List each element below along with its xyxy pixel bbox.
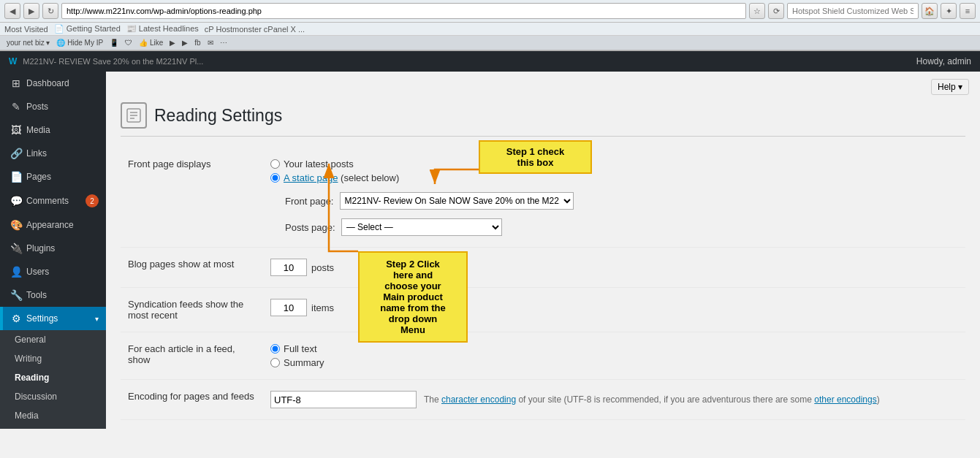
syndication-unit: items (311, 302, 334, 313)
bookmark-getting-started[interactable]: 📄 Getting Started (54, 24, 121, 34)
comments-badge: 2 (86, 194, 99, 207)
dashboard-icon: ⊞ (10, 77, 22, 89)
feed-row: For each article in a feed, show Full te… (121, 332, 965, 380)
posts-page-select-row: Posts page: — Select — (285, 218, 962, 236)
sidebar-item-links[interactable]: 🔗 Links (0, 142, 106, 165)
sidebar-item-media[interactable]: 🖼 Media (0, 118, 106, 142)
encoding-note: The character encoding of your site (UTF… (424, 394, 880, 405)
sidebar: ⊞ Dashboard ✎ Posts 🖼 Media 🔗 Links 📄 Pa… (0, 72, 106, 429)
bookmark-cpanel[interactable]: cP Hostmonster cPanel X ... (205, 25, 305, 34)
sidebar-item-posts[interactable]: ✎ Posts (0, 95, 106, 118)
posts-page-select[interactable]: — Select — (341, 218, 502, 236)
encoding-row: Encoding for pages and feeds UTF-8 The c… (121, 380, 965, 420)
posts-icon: ✎ (10, 101, 22, 112)
feed-full-radio[interactable] (270, 344, 280, 354)
tb-social[interactable]: fb (192, 38, 202, 47)
settings-icon: ⚙ (10, 313, 22, 324)
tb-dropdown[interactable]: your net biz ▾ (4, 38, 52, 47)
home-button[interactable]: 🏠 (922, 3, 938, 19)
submenu-discussion[interactable]: Discussion (0, 387, 106, 406)
feed-summary-radio[interactable] (270, 358, 280, 367)
tb-icons-more[interactable]: ⋯ (218, 38, 229, 47)
tb-mail[interactable]: ✉ (205, 38, 216, 47)
extension-button[interactable]: ✦ (941, 3, 957, 19)
radio-latest-row: Your latest posts (270, 159, 962, 169)
submenu-reading[interactable]: Reading (0, 368, 106, 387)
sidebar-label-appearance: Appearance (26, 220, 74, 230)
wp-admin: W M221NV- REVIEW Save 20% on the M221NV … (0, 51, 980, 429)
sidebar-item-dashboard[interactable]: ⊞ Dashboard (0, 72, 106, 95)
bookmark-most-visited[interactable]: Most Visited (4, 25, 48, 34)
tb-youtube[interactable]: ▶ (180, 38, 190, 47)
tb-like[interactable]: 👍 Like (137, 38, 165, 47)
sidebar-label-comments: Comments (26, 196, 69, 206)
front-page-select-row: Front page: M221NV- Review On Sale NOW S… (285, 192, 962, 210)
wp-admin-body: ⊞ Dashboard ✎ Posts 🖼 Media 🔗 Links 📄 Pa… (0, 72, 980, 429)
submenu-general[interactable]: General (0, 330, 106, 349)
help-button[interactable]: Help ▾ (931, 79, 969, 95)
syndication-row: Syndication feeds show the most recent 1… (121, 288, 965, 332)
radio-static-note: (select below) (341, 172, 399, 183)
refresh-button[interactable]: ⟳ (768, 3, 784, 19)
admin-bar-right: Howdy, admin (916, 56, 971, 66)
feed-label: For each article in a feed, show (121, 332, 267, 380)
sidebar-label-links: Links (26, 148, 47, 159)
sidebar-item-tools[interactable]: 🔧 Tools (0, 283, 106, 307)
blog-pages-cell: 10 posts Step 2 Clickhere andchoose your… (267, 248, 965, 288)
reload-button[interactable]: ↻ (42, 3, 58, 19)
sidebar-item-settings[interactable]: ⚙ Settings ▾ (0, 307, 106, 330)
settings-arrow: ▾ (95, 315, 99, 323)
other-encodings-link[interactable]: other encodings (814, 394, 876, 405)
tb-shield[interactable]: 🛡 (123, 38, 134, 47)
star-button[interactable]: ☆ (749, 3, 765, 19)
page-title: Reading Settings (154, 106, 282, 126)
sidebar-label-settings: Settings (26, 313, 58, 324)
sidebar-item-comments[interactable]: 💬 Comments 2 (0, 188, 106, 213)
encoding-inputs: UTF-8 The character encoding of your sit… (270, 391, 962, 408)
site-title: M221NV- REVIEW Save 20% on the M221NV Pl… (23, 57, 203, 66)
forward-button[interactable]: ▶ (23, 3, 39, 19)
bookmark-headlines[interactable]: 📰 Latest Headlines (126, 24, 199, 34)
settings-page-icon (125, 107, 143, 124)
radio-latest-posts[interactable] (270, 159, 280, 169)
back-button[interactable]: ◀ (4, 3, 20, 19)
wp-logo: W (9, 56, 17, 66)
static-page-link[interactable]: A static page (284, 172, 338, 183)
sidebar-item-plugins[interactable]: 🔌 Plugins (0, 237, 106, 260)
front-page-radio-group: Your latest posts A static page (select … (270, 159, 962, 236)
sidebar-item-pages[interactable]: 📄 Pages (0, 165, 106, 188)
tb-phone[interactable]: 📱 (107, 38, 121, 47)
sidebar-label-posts: Posts (26, 102, 48, 112)
front-page-select[interactable]: M221NV- Review On Sale NOW Save 20% on t… (340, 192, 574, 210)
search-bar[interactable] (787, 3, 919, 19)
radio-static-row: A static page (select below) (270, 172, 962, 183)
admin-bar-left: W M221NV- REVIEW Save 20% on the M221NV … (9, 56, 203, 66)
submenu-writing[interactable]: Writing (0, 349, 106, 368)
syndication-input[interactable]: 10 (270, 299, 307, 316)
posts-page-label: Posts page: (285, 222, 335, 233)
encoding-input[interactable]: UTF-8 (270, 391, 417, 408)
radio-latest-label: Your latest posts (284, 159, 354, 169)
submenu-media[interactable]: Media (0, 406, 106, 425)
charset-encoding-link[interactable]: character encoding (441, 394, 516, 405)
submenu-privacy[interactable]: Privacy (0, 425, 106, 429)
radio-static-page[interactable] (270, 173, 280, 183)
step2-annotation: Step 2 Clickhere andchoose yourMain prod… (358, 251, 468, 343)
sidebar-label-media: Media (26, 125, 50, 135)
sidebar-label-dashboard: Dashboard (26, 78, 69, 88)
menu-button[interactable]: ≡ (960, 3, 976, 19)
feed-full-row: Full text (270, 343, 962, 354)
browser-toolbar: ◀ ▶ ↻ ☆ ⟳ 🏠 ✦ ≡ (0, 0, 980, 23)
tb-hulu[interactable]: ▶ (167, 38, 178, 47)
sidebar-label-pages: Pages (26, 172, 51, 182)
sidebar-item-appearance[interactable]: 🎨 Appearance (0, 213, 106, 237)
page-title-wrap: Reading Settings (121, 102, 965, 137)
comments-icon: 💬 (10, 195, 22, 207)
sidebar-label-users: Users (26, 267, 49, 277)
feed-summary-row: Summary (270, 357, 962, 368)
media-icon: 🖼 (10, 124, 22, 136)
sidebar-label-plugins: Plugins (26, 243, 55, 253)
address-bar[interactable] (61, 3, 746, 19)
blog-pages-input[interactable]: 10 (270, 259, 307, 276)
sidebar-item-users[interactable]: 👤 Users (0, 260, 106, 283)
